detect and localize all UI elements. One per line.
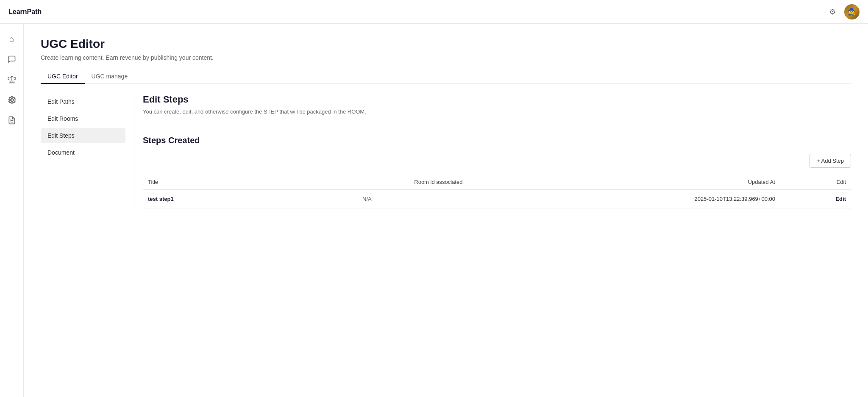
table-row: test step1 N/A 2025-01-10T13:22:39.969+0… — [143, 190, 851, 208]
main-content: UGC Editor Create learning content. Earn… — [24, 24, 868, 397]
col-title: Title — [143, 175, 266, 190]
tab-ugc-manage[interactable]: UGC manage — [85, 69, 135, 84]
sidebar-item-chat[interactable] — [3, 51, 20, 68]
col-edit: Edit — [780, 175, 851, 190]
steps-table: Title Room id associated Updated At Edit… — [143, 175, 851, 208]
topbar: LearnPath ⚙ 🧙 — [0, 0, 868, 24]
edit-link[interactable]: Edit — [835, 196, 846, 202]
nav-item-document[interactable]: Document — [41, 145, 125, 160]
row-updated-at: 2025-01-10T13:22:39.969+00:00 — [467, 190, 780, 208]
app-logo: LearnPath — [8, 8, 42, 16]
sidebar-item-atom[interactable] — [3, 92, 20, 108]
nav-item-edit-steps[interactable]: Edit Steps — [41, 128, 125, 143]
sidebar-item-trophy[interactable] — [3, 71, 20, 88]
section-title: Edit Steps — [143, 94, 851, 105]
col-room-id: Room id associated — [266, 175, 467, 190]
right-panel: Edit Steps You can create, edit, and oth… — [134, 94, 851, 208]
left-nav: Edit Paths Edit Rooms Edit Steps Documen… — [41, 94, 134, 208]
add-step-button[interactable]: + Add Step — [810, 154, 851, 168]
col-updated-at: Updated At — [467, 175, 780, 190]
row-room-id: N/A — [266, 190, 467, 208]
sidebar-item-document[interactable] — [3, 112, 20, 129]
page-subtitle: Create learning content. Earn revenue by… — [41, 54, 851, 61]
row-edit-cell: Edit — [780, 190, 851, 208]
page-title: UGC Editor — [41, 37, 851, 51]
add-step-btn-container: + Add Step — [143, 154, 851, 168]
table-header-row: Title Room id associated Updated At Edit — [143, 175, 851, 190]
divider — [143, 127, 851, 127]
table-head: Title Room id associated Updated At Edit — [143, 175, 851, 190]
sidebar: ⌂ — [0, 24, 24, 397]
section-desc: You can create, edit, and otherwise conf… — [143, 108, 851, 115]
tab-ugc-editor[interactable]: UGC Editor — [41, 69, 85, 84]
nav-item-edit-paths[interactable]: Edit Paths — [41, 94, 125, 109]
tabs: UGC Editor UGC manage — [41, 69, 851, 84]
sidebar-item-home[interactable]: ⌂ — [3, 31, 20, 47]
layout: ⌂ — [0, 24, 868, 397]
settings-icon[interactable]: ⚙ — [827, 7, 837, 17]
row-title: test step1 — [143, 190, 266, 208]
nav-item-edit-rooms[interactable]: Edit Rooms — [41, 111, 125, 126]
avatar[interactable]: 🧙 — [844, 4, 860, 19]
content-area: Edit Paths Edit Rooms Edit Steps Documen… — [41, 84, 851, 208]
svg-point-3 — [11, 100, 12, 100]
steps-created-title: Steps Created — [143, 136, 851, 145]
topbar-right: ⚙ 🧙 — [827, 4, 860, 19]
table-body: test step1 N/A 2025-01-10T13:22:39.969+0… — [143, 190, 851, 208]
